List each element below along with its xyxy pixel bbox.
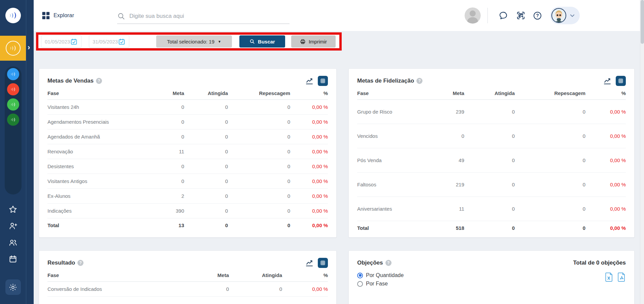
atingida-cell: 0: [229, 282, 282, 297]
atingida-cell: 0: [184, 159, 228, 174]
favorites-star-icon[interactable]: [8, 205, 18, 215]
settings-button[interactable]: [5, 279, 21, 295]
total-repescagem: 0: [228, 218, 290, 233]
table-header-row: Fase Meta Atingida Repescagem %: [357, 88, 626, 100]
help-icon[interactable]: ?: [77, 260, 83, 266]
export-buttons: [605, 272, 626, 287]
date-to-input[interactable]: [89, 39, 118, 44]
pct-cell: 0,00 %: [585, 173, 626, 197]
collapsed-panel: ›: [26, 0, 34, 304]
global-search: [117, 12, 290, 24]
calendar-icon[interactable]: [8, 254, 18, 265]
table-row: Faltosos 219 0 0 0,00 %: [357, 173, 626, 197]
column-fase: Fase: [357, 88, 420, 100]
pct-cell: 0,00 %: [290, 100, 328, 115]
workspace-red-icon[interactable]: [7, 83, 19, 95]
total-atingida: 0: [464, 221, 515, 236]
calendar-check-icon[interactable]: [70, 38, 77, 45]
scrollbar-thumb[interactable]: [641, 0, 644, 44]
table-row: Grupo de Risco 239 0 0 0,00 %: [357, 100, 626, 124]
card-objecoes: Objeções ? Total de 0 objeções Por Quant…: [348, 250, 635, 304]
help-icon[interactable]: ?: [534, 12, 541, 20]
app-window: › Explorar: [0, 0, 644, 304]
user-menu[interactable]: [550, 7, 580, 24]
table-row: Indicações 390 0 0 0,00 %: [47, 204, 328, 218]
atingida-cell: 0: [464, 197, 515, 221]
fase-cell: Vencidos: [357, 124, 420, 148]
chart-view-icon[interactable]: [305, 259, 314, 267]
total-meta: 13: [139, 218, 184, 233]
column-repescagem: Repescagem: [515, 88, 585, 100]
repescagem-cell: 0: [515, 148, 585, 173]
pct-cell: 0,00 %: [585, 197, 626, 221]
calendar-check-icon[interactable]: [118, 38, 125, 45]
radio-selected-icon: [357, 273, 363, 278]
search-input[interactable]: [129, 13, 277, 20]
excel-export-icon[interactable]: [605, 272, 613, 283]
resultado-table: Fase Meta Atingida % Conversão de Indica…: [47, 270, 328, 297]
pct-cell: 0,00 %: [290, 189, 328, 204]
divider: [487, 8, 488, 23]
table-view-icon[interactable]: [616, 76, 626, 86]
explorar-menu[interactable]: Explorar: [41, 11, 74, 20]
add-user-icon[interactable]: [8, 221, 18, 232]
chat-icon[interactable]: [499, 11, 508, 20]
total-selected-dropdown[interactable]: Total selecionado: 19 ▼: [156, 35, 232, 48]
repescagem-cell: 0: [228, 100, 290, 115]
card-header: Metas de Vendas ?: [47, 74, 328, 88]
fase-cell: Agendamentos Presenciais: [47, 115, 139, 129]
column-meta: Meta: [139, 88, 184, 100]
table-row: Conversão de Indicados 0 0 0,00 %: [47, 282, 328, 297]
help-icon[interactable]: ?: [416, 78, 422, 84]
users-icon[interactable]: [8, 238, 18, 248]
top-bar: Explorar: [34, 0, 644, 31]
pct-cell: 0,00 %: [585, 100, 626, 124]
help-icon[interactable]: ?: [385, 260, 392, 266]
total-row: Total 13 0 0 0,00 %: [47, 218, 328, 233]
workspace-blue-icon[interactable]: [7, 68, 19, 80]
meta-cell: 0: [139, 159, 184, 174]
date-from-input[interactable]: [41, 39, 70, 44]
radio-por-fase[interactable]: Por Fase: [357, 281, 404, 287]
column-atingida: Atingida: [229, 270, 282, 282]
expand-panel-chevron[interactable]: ›: [28, 44, 30, 51]
radio-por-quantidade[interactable]: Por Quantidade: [357, 272, 404, 278]
meta-cell: 0: [420, 124, 464, 148]
chart-view-icon[interactable]: [603, 77, 612, 85]
qr-code-icon[interactable]: [516, 11, 526, 20]
fase-cell: Indicações: [47, 204, 139, 218]
pacto-logo-icon: [8, 11, 18, 20]
objecoes-radio-group: Por Quantidade Por Fase: [357, 272, 404, 287]
fase-cell: Ex-Alunos: [47, 189, 139, 204]
annotation-highlight-box: Total selecionado: 19 ▼ Buscar Imprimir: [36, 32, 342, 51]
table-view-icon[interactable]: [318, 76, 328, 86]
repescagem-cell: 0: [228, 204, 290, 218]
repescagem-cell: 0: [228, 115, 290, 129]
card-title: Metas de Vendas: [47, 78, 94, 84]
workspace-darkgreen-icon[interactable]: [7, 114, 19, 126]
atingida-cell: 0: [464, 100, 515, 124]
pdf-export-icon[interactable]: [617, 272, 626, 283]
atingida-cell: 0: [184, 189, 228, 204]
total-repescagem: 0: [515, 221, 585, 236]
company-avatar[interactable]: [465, 7, 481, 24]
column-repescagem: Repescagem: [228, 88, 290, 100]
repescagem-cell: 0: [515, 100, 585, 124]
brand-logo[interactable]: [0, 0, 26, 31]
column-pct: %: [585, 88, 626, 100]
chart-view-icon[interactable]: [305, 77, 314, 85]
imprimir-button[interactable]: Imprimir: [291, 35, 336, 48]
fase-cell: Renovação: [47, 144, 139, 159]
user-avatar: [551, 8, 566, 23]
buscar-label: Buscar: [258, 39, 275, 44]
total-selected-label: Total selecionado: 19: [167, 39, 214, 44]
workspace-green-icon[interactable]: [7, 98, 19, 111]
pct-cell: 0,00 %: [585, 124, 626, 148]
help-icon[interactable]: ?: [96, 78, 102, 84]
meta-cell: 239: [420, 100, 464, 124]
objecoes-body: Por Quantidade Por Fase: [357, 272, 626, 287]
buscar-button[interactable]: Buscar: [239, 35, 285, 48]
total-pct: 0,00 %: [290, 218, 328, 233]
table-view-icon[interactable]: [318, 258, 328, 268]
sidebar-item-active[interactable]: [0, 36, 26, 61]
